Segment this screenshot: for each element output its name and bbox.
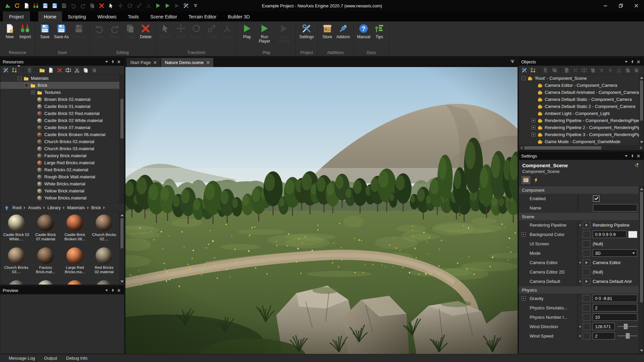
ribbon-save-as-button[interactable]: Save As	[53, 23, 70, 40]
ribbon-settings-button[interactable]: Settings	[298, 23, 315, 40]
property-section-physics[interactable]: Physics	[519, 286, 639, 294]
breadcrumb-item-brick[interactable]: Brick	[91, 205, 101, 210]
ribbon-local-button[interactable]: Local	[219, 23, 235, 40]
ribbon-import-button[interactable]: Import	[17, 23, 33, 40]
scene-viewport[interactable]	[125, 67, 518, 354]
panel-menu-icon[interactable]	[104, 288, 110, 293]
resources-tree-item[interactable]: Castle Brick Broken 06.material	[0, 131, 124, 138]
resources-tree-item[interactable]: Castle Brick 07.material	[0, 124, 124, 131]
shapes-icon[interactable]	[529, 67, 537, 74]
reference-button[interactable]	[583, 278, 590, 285]
resources-tree-item[interactable]: −Brick	[0, 82, 124, 89]
expander-minus-icon[interactable]: −	[24, 83, 28, 87]
material-thumbnail[interactable]	[90, 279, 119, 285]
slider-value-input[interactable]: 2	[593, 332, 615, 340]
ribbon-manual-button[interactable]: ?Manual	[356, 23, 371, 40]
mode-dropdown[interactable]: 3D	[593, 249, 637, 257]
save-icon[interactable]	[42, 2, 49, 9]
objects-tree-item[interactable]: Camera Default Static - Component_Camera	[519, 96, 644, 103]
reference-button[interactable]	[583, 231, 590, 238]
breadcrumb-item-assets[interactable]: Assets	[28, 205, 41, 210]
objects-tree-item[interactable]: −'Root' - Component_Scene	[519, 75, 644, 82]
ribbon-move-button[interactable]: Move	[173, 23, 189, 40]
ribbon-run-device-button[interactable]: Run Device	[274, 23, 293, 44]
material-thumbnail[interactable]: Church Bricks 03....	[2, 246, 31, 279]
resources-tree-item[interactable]: Yellow Brick.material	[0, 187, 124, 194]
resources-tree-item[interactable]: Church Bricks 02.material	[0, 138, 124, 145]
resources-tree-item[interactable]: Church Bricks 03.material	[0, 145, 124, 152]
play-icon[interactable]	[154, 2, 161, 9]
objects-tree-item[interactable]: Ambient Light - Component_Light	[519, 110, 644, 117]
reference-button[interactable]	[583, 222, 590, 229]
resources-tree-item[interactable]: Rough Block Wall.material	[0, 173, 124, 180]
events-tab-icon[interactable]	[532, 176, 540, 184]
value-slider[interactable]	[618, 323, 637, 330]
ribbon-save-all-button[interactable]: Save All	[70, 23, 87, 40]
objects-tree-item[interactable]: Camera Default Animated - Component_Came…	[519, 89, 644, 96]
ribbon-addons-button[interactable]: Addons	[335, 23, 352, 40]
reference-button[interactable]	[583, 314, 590, 321]
resources-tree-item[interactable]: −Materials	[0, 75, 124, 82]
material-thumbnail[interactable]: Red Bricks 02.material	[90, 246, 119, 279]
ribbon-scale-button[interactable]: Scale	[204, 23, 219, 40]
expander-plus-icon[interactable]: +	[532, 126, 535, 129]
rename-icon[interactable]	[580, 67, 588, 74]
expander-plus-icon[interactable]: +	[532, 133, 535, 136]
objects-tree-item[interactable]: +Rendering Pipeline - Component_Renderin…	[519, 117, 644, 124]
menu-tab-scene-editor[interactable]: Scene Editor	[145, 11, 183, 21]
ribbon-new-button[interactable]: New	[2, 23, 17, 40]
statusbar-output[interactable]: Output	[44, 356, 57, 361]
edit-page-icon[interactable]	[26, 67, 33, 74]
close-icon[interactable]	[116, 288, 122, 293]
ribbon-play-button[interactable]: Play	[239, 23, 255, 40]
paste-icon[interactable]	[633, 67, 640, 74]
new-file-star-icon[interactable]	[47, 67, 54, 74]
delete-icon[interactable]	[98, 2, 105, 9]
document-tab-start-page[interactable]: Start Page	[126, 58, 160, 67]
arrow-up-icon[interactable]	[598, 67, 605, 74]
reference-button[interactable]	[583, 333, 590, 340]
panel-menu-icon[interactable]	[623, 59, 629, 64]
paste-icon[interactable]	[91, 67, 98, 74]
objects-tree-scrollbar[interactable]	[639, 75, 644, 145]
scissors-icon[interactable]	[615, 67, 623, 74]
ribbon-delete-button[interactable]: Delete	[138, 23, 153, 40]
close-icon[interactable]	[635, 59, 641, 64]
settings-scrollbar[interactable]	[639, 186, 644, 354]
pin-icon[interactable]	[110, 59, 116, 64]
menu-tab-scripting[interactable]: Scripting	[62, 11, 92, 21]
resources-tree-item[interactable]: Castle Brick 02 White.material	[0, 117, 124, 124]
statusbar-debug-info[interactable]: Debug Info	[66, 356, 88, 361]
objects-tree-item[interactable]: +Rendering Pipeline 2 - Component_Render…	[519, 124, 644, 131]
close-tab-icon[interactable]	[207, 60, 210, 65]
material-thumbnail[interactable]: Castle Brick 07.material	[31, 214, 60, 246]
pin-icon[interactable]	[629, 59, 635, 64]
enabled-checkbox[interactable]	[593, 195, 599, 202]
material-thumbnail[interactable]	[60, 279, 90, 285]
reference-button[interactable]	[583, 240, 590, 247]
objects-hscrollbar[interactable]	[519, 145, 644, 150]
panel-menu-icon[interactable]	[104, 59, 110, 64]
chevron-down-icon[interactable]	[192, 2, 199, 9]
ribbon-store-button[interactable]: Store	[320, 23, 335, 40]
resources-tree-item[interactable]: Castle Brick 02 Red.material	[0, 110, 124, 117]
objects-tree-item[interactable]: +Rendering Pipeline 3 - Component_Render…	[519, 131, 644, 138]
statusbar-message-log[interactable]: Message Log	[9, 356, 35, 361]
expander-minus-icon[interactable]: −	[522, 76, 525, 80]
breadcrumb-item-materials[interactable]: Materials	[67, 205, 85, 210]
resources-tree-item[interactable]: Yellow Bricks.material	[0, 194, 124, 201]
material-thumbnail[interactable]: Large Red Bricks.ma...	[60, 246, 90, 279]
import-icon[interactable]	[32, 2, 39, 9]
local-icon[interactable]	[145, 2, 152, 9]
resources-tree-item[interactable]: Large Red Bricks.material	[0, 159, 124, 166]
material-thumbnail[interactable]: Factory Brick.mat...	[31, 246, 60, 279]
menu-tab-home[interactable]: Home	[38, 11, 62, 21]
name-input[interactable]	[593, 204, 637, 212]
reference-button[interactable]	[583, 250, 590, 257]
ribbon-tips-button[interactable]: Tips	[372, 23, 387, 40]
material-thumbnail[interactable]	[31, 279, 60, 285]
value-slider[interactable]	[618, 333, 637, 339]
objects-tree-item[interactable]: Game Mode - Component_GameMode	[519, 138, 644, 145]
ribbon-save-button[interactable]: Save	[37, 23, 53, 40]
undo-icon[interactable]	[70, 2, 77, 9]
